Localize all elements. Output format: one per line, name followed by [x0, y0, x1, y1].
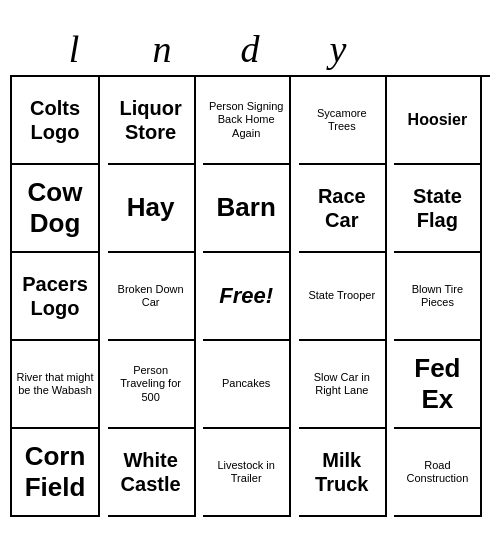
cell-r2-c2: Free!	[203, 253, 291, 341]
cell-r2-c4: Blown Tire Pieces	[394, 253, 482, 341]
cell-r0-c2: Person Signing Back Home Again	[203, 77, 291, 165]
cell-r1-c1: Hay	[108, 165, 196, 253]
bingo-grid: Colts LogoLiquor StorePerson Signing Bac…	[10, 75, 490, 517]
header-letter-n: n	[118, 27, 206, 71]
cell-r0-c0: Colts Logo	[12, 77, 100, 165]
cell-r3-c2: Pancakes	[203, 341, 291, 429]
cell-r1-c3: Race Car	[299, 165, 387, 253]
header-letter-l: l	[30, 27, 118, 71]
header-row: l n d y	[10, 27, 490, 71]
cell-r0-c4: Hoosier	[394, 77, 482, 165]
cell-r0-c3: Sycamore Trees	[299, 77, 387, 165]
cell-r4-c4: Road Construction	[394, 429, 482, 517]
cell-r2-c1: Broken Down Car	[108, 253, 196, 341]
cell-r2-c3: State Trooper	[299, 253, 387, 341]
cell-r4-c3: Milk Truck	[299, 429, 387, 517]
bingo-card: l n d y Colts LogoLiquor StorePerson Sig…	[10, 27, 490, 517]
cell-r0-c1: Liquor Store	[108, 77, 196, 165]
cell-r2-c0: Pacers Logo	[12, 253, 100, 341]
header-letter-y: y	[294, 27, 382, 71]
cell-r3-c0: River that might be the Wabash	[12, 341, 100, 429]
cell-r4-c2: Livestock in Trailer	[203, 429, 291, 517]
cell-r4-c0: Corn Field	[12, 429, 100, 517]
cell-r3-c3: Slow Car in Right Lane	[299, 341, 387, 429]
cell-r1-c2: Barn	[203, 165, 291, 253]
cell-r1-c0: Cow Dog	[12, 165, 100, 253]
header-letter-d: d	[206, 27, 294, 71]
cell-r1-c4: State Flag	[394, 165, 482, 253]
cell-r4-c1: White Castle	[108, 429, 196, 517]
cell-r3-c4: Fed Ex	[394, 341, 482, 429]
cell-r3-c1: Person Traveling for 500	[108, 341, 196, 429]
